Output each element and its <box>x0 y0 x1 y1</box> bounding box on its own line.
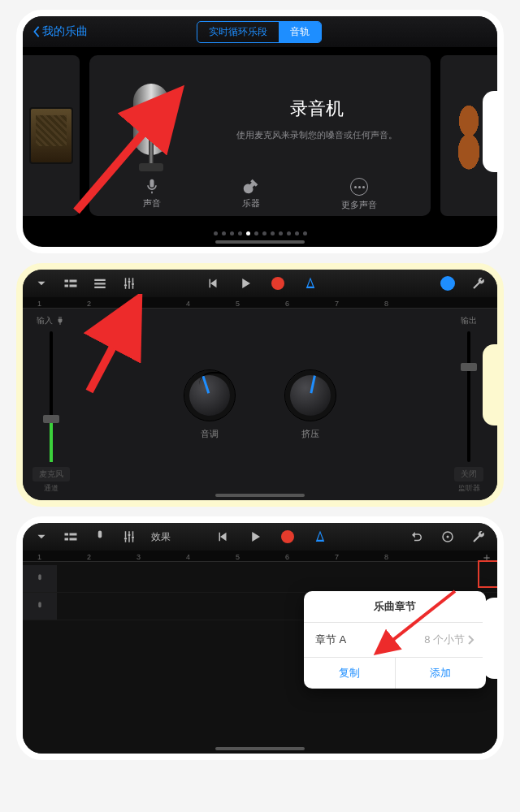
svg-rect-12 <box>65 533 69 536</box>
guitar-icon <box>243 178 259 194</box>
pitch-knob[interactable]: 音调 <box>184 369 236 440</box>
song-sections-popup: 乐曲章节 章节 A 8 个小节 复制 添加 <box>304 591 486 689</box>
device-notch <box>483 344 504 425</box>
section-row[interactable]: 章节 A 8 个小节 <box>304 623 486 658</box>
input-level: 输入 麦克风 通道 <box>23 309 80 500</box>
chevron-left-icon <box>32 26 41 37</box>
svg-rect-5 <box>94 279 106 281</box>
rewind-button[interactable] <box>212 528 233 546</box>
toolbar <box>23 270 497 297</box>
input-slider[interactable] <box>50 331 53 462</box>
chevron-right-icon <box>468 635 474 645</box>
track-row[interactable] <box>23 565 497 593</box>
tab-more-sounds[interactable]: 更多声音 <box>341 178 377 211</box>
loop-browser-button[interactable] <box>437 528 458 546</box>
card-subtitle: 使用麦克风来录制您的嗓音或任何声音。 <box>216 129 418 141</box>
play-button[interactable] <box>235 274 256 292</box>
svg-rect-7 <box>94 287 106 288</box>
svg-point-17 <box>128 533 131 536</box>
knob-icon <box>184 369 236 421</box>
metronome-button[interactable] <box>310 528 331 546</box>
screenshot-2-recorder-controls: 12345678 输入 麦克风 通道 音调 挤压 输出 关闭 监听器 <box>16 263 504 507</box>
loop-icon <box>440 276 455 291</box>
prev-instrument-card[interactable] <box>23 55 80 216</box>
top-nav: 我的乐曲 实时循环乐段 音轨 <box>23 16 497 47</box>
svg-point-10 <box>132 283 134 285</box>
settings-button[interactable] <box>468 528 489 546</box>
svg-point-9 <box>128 280 131 283</box>
screenshot-1-instrument-browser: 我的乐曲 实时循环乐段 音轨 录音机 使用麦克风来录制您的嗓音或任何声音。 <box>16 10 504 253</box>
svg-rect-1 <box>65 280 69 283</box>
home-indicator <box>215 240 305 244</box>
svg-rect-2 <box>65 285 69 287</box>
audio-recorder-card[interactable]: 录音机 使用麦克风来录制您的嗓音或任何声音。 声音 乐器 更多声音 <box>89 55 431 216</box>
svg-rect-3 <box>70 280 77 283</box>
popup-title: 乐曲章节 <box>304 591 486 623</box>
svg-rect-15 <box>70 538 77 541</box>
view-toggle[interactable] <box>60 274 81 292</box>
add-button[interactable]: 添加 <box>396 658 487 689</box>
svg-rect-13 <box>70 533 77 536</box>
output-label: 输出 <box>461 315 477 326</box>
segmented-control[interactable]: 实时循环乐段 音轨 <box>197 21 322 43</box>
device-notch <box>483 91 504 172</box>
knob-icon <box>284 369 336 421</box>
mixer-button[interactable] <box>119 528 140 546</box>
svg-point-8 <box>124 284 127 287</box>
mic-icon <box>34 573 46 585</box>
screenshot-3-song-sections: 效果 12345678 ＋ 乐曲章节 章节 A <box>16 516 504 760</box>
home-indicator <box>215 747 305 750</box>
record-button[interactable] <box>277 528 298 546</box>
loop-browser-button[interactable] <box>437 274 458 292</box>
instrument-carousel[interactable]: 录音机 使用麦克风来录制您的嗓音或任何声音。 声音 乐器 更多声音 <box>23 47 497 216</box>
more-icon <box>350 178 368 196</box>
monitor-chip[interactable]: 关闭 <box>454 467 483 482</box>
fx-button[interactable]: 效果 <box>151 530 171 544</box>
svg-point-18 <box>132 536 134 538</box>
back-button[interactable]: 我的乐曲 <box>32 24 88 39</box>
undo-button[interactable] <box>406 528 427 546</box>
toolbar: 效果 <box>23 523 497 551</box>
recorder-subtabs: 声音 乐器 更多声音 <box>102 175 418 211</box>
tab-voice[interactable]: 声音 <box>143 178 161 211</box>
output-slider[interactable] <box>467 331 470 462</box>
svg-rect-6 <box>94 283 106 284</box>
squeeze-knob[interactable]: 挤压 <box>284 369 336 440</box>
browser-dropdown[interactable] <box>31 528 52 546</box>
timeline-ruler[interactable]: 12345678 ＋ <box>23 551 497 562</box>
violin-icon <box>453 99 485 172</box>
tab-instrument[interactable]: 乐器 <box>242 178 260 211</box>
input-label: 输入 <box>37 315 53 326</box>
settings-button[interactable] <box>468 274 489 292</box>
svg-point-20 <box>446 536 448 538</box>
svg-point-16 <box>124 538 127 540</box>
back-label: 我的乐曲 <box>42 24 88 39</box>
seg-tracks[interactable]: 音轨 <box>279 22 321 42</box>
duplicate-button[interactable]: 复制 <box>304 658 396 689</box>
mic-icon <box>34 601 46 612</box>
timeline-ruler[interactable]: 12345678 <box>23 297 497 309</box>
view-toggle[interactable] <box>60 528 81 546</box>
mixer-button[interactable] <box>119 274 140 292</box>
card-title: 录音机 <box>216 97 418 121</box>
amp-icon <box>29 107 73 164</box>
play-button[interactable] <box>245 528 266 546</box>
track-mic-button[interactable] <box>89 528 110 546</box>
browser-dropdown[interactable] <box>31 274 52 292</box>
seg-live-loops[interactable]: 实时循环乐段 <box>197 22 279 42</box>
device-notch <box>483 598 504 679</box>
page-dots <box>23 231 497 235</box>
svg-rect-4 <box>70 285 77 287</box>
section-name: 章节 A <box>315 633 346 647</box>
svg-rect-14 <box>65 538 69 541</box>
rewind-button[interactable] <box>202 274 223 292</box>
home-indicator <box>215 494 305 497</box>
record-button[interactable] <box>267 274 288 292</box>
plug-icon <box>56 316 66 326</box>
wrench-icon <box>471 276 486 291</box>
section-length: 8 个小节 <box>424 633 465 647</box>
metronome-button[interactable] <box>300 274 321 292</box>
mic-chip[interactable]: 麦克风 <box>32 467 70 482</box>
tracks-button[interactable] <box>89 274 110 292</box>
microphone-icon <box>133 84 169 155</box>
